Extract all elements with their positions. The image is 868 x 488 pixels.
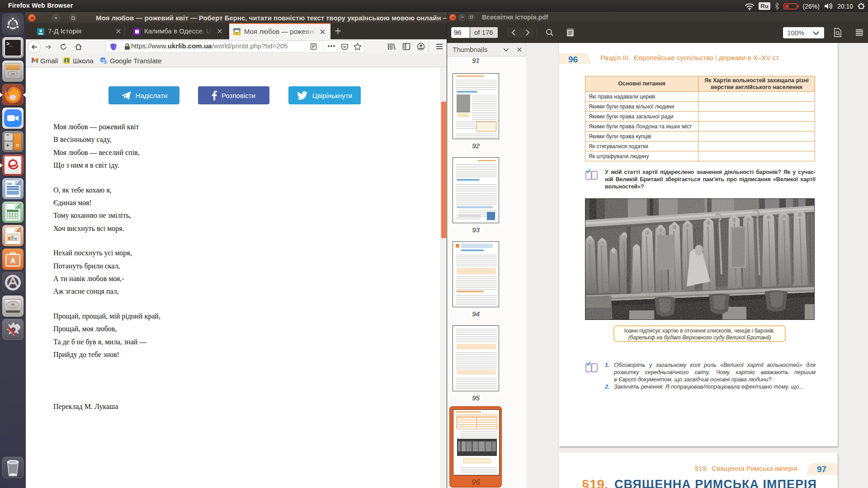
svg-text:文: 文: [103, 60, 107, 64]
svg-text:A: A: [10, 257, 16, 265]
